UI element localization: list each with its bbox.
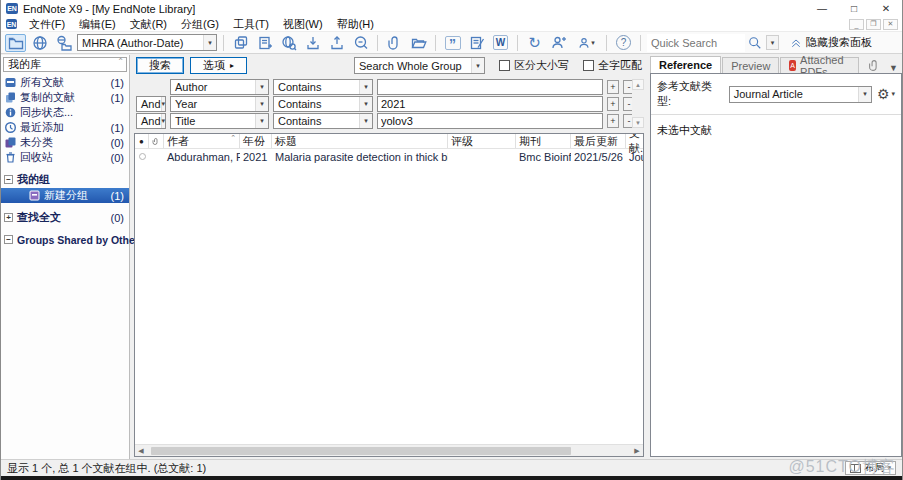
toolbar-separator	[377, 35, 378, 51]
column-year[interactable]: 年份	[240, 134, 272, 148]
scrollbar-thumb[interactable]	[151, 447, 571, 455]
sidebar-item-unfiled[interactable]: 未分类 (0)	[1, 135, 129, 150]
new-reference-icon	[257, 35, 273, 51]
scroll-down-icon[interactable]: ▼	[632, 117, 644, 128]
go-to-word-button[interactable]: W	[490, 34, 511, 52]
sidebar-item-new-group[interactable]: 新建分组 (1)	[1, 188, 129, 203]
insert-citation-button[interactable]: ”	[442, 34, 463, 52]
column-ref-type[interactable]: 文献...	[626, 134, 644, 148]
sidebar-group-find-fulltext[interactable]: + 查找全文 (0)	[1, 210, 129, 225]
scroll-right-icon[interactable]: ▶	[631, 445, 643, 456]
horizontal-scrollbar[interactable]: ◀ ▶	[135, 444, 643, 456]
minimize-button[interactable]: —	[806, 0, 838, 17]
sidebar-item-duplicates[interactable]: 复制的文献 (1)	[1, 90, 129, 105]
match-case-checkbox[interactable]: 区分大小写	[499, 58, 569, 73]
search-comparator-selector[interactable]: Contains ▾	[273, 96, 373, 112]
reference-type-selector[interactable]: Journal Article ▾	[729, 86, 872, 103]
quick-search-dropdown[interactable]: ▾	[766, 35, 779, 50]
menu-groups[interactable]: 分组(G)	[174, 17, 226, 32]
search-options-button[interactable]: 选项 ▸	[190, 57, 247, 74]
search-scope-selector[interactable]: Search Whole Group ▾	[354, 57, 485, 74]
search-field-selector[interactable]: Title ▾	[170, 113, 269, 129]
sync-button[interactable]: ↻	[524, 34, 545, 52]
sidebar-item-recently-added[interactable]: 最近添加 (1)	[1, 120, 129, 135]
search-term-input[interactable]	[377, 96, 603, 112]
menu-file[interactable]: 文件(F)	[22, 17, 72, 32]
tab-preview[interactable]: Preview	[722, 57, 779, 73]
sidebar-group-shared[interactable]: − Groups Shared by Others	[1, 232, 129, 247]
mdi-minimize-button[interactable]: _	[849, 19, 864, 30]
detail-options-button[interactable]: ⚙ ▾	[877, 87, 895, 101]
column-unread[interactable]: ●	[135, 134, 149, 148]
collapse-tree-icon[interactable]: −	[4, 235, 13, 244]
search-field-selector[interactable]: Year ▾	[170, 96, 269, 112]
scroll-up-icon[interactable]: ⌃	[117, 57, 124, 66]
add-search-row-button[interactable]: +	[607, 97, 619, 111]
tab-attached-pdfs[interactable]: A Attached PDFs	[780, 57, 859, 73]
export-button[interactable]	[326, 34, 347, 52]
scroll-left-icon[interactable]: ◀	[135, 445, 147, 456]
close-button[interactable]: ✕	[870, 0, 902, 17]
local-library-mode-button[interactable]	[5, 34, 26, 52]
format-bibliography-button[interactable]	[466, 34, 487, 52]
maximize-button[interactable]: □	[838, 0, 870, 17]
collapse-tree-icon[interactable]: −	[4, 175, 13, 184]
search-icon[interactable]	[748, 36, 762, 50]
document-search-icon	[353, 35, 369, 51]
mdi-close-button[interactable]: ✕	[883, 19, 898, 30]
search-term-input[interactable]	[377, 113, 603, 129]
menu-tools[interactable]: 工具(T)	[226, 17, 276, 32]
add-search-row-button[interactable]: +	[607, 114, 619, 128]
globe-icon	[32, 35, 48, 51]
search-comparator-selector[interactable]: Contains ▾	[273, 113, 373, 129]
menu-references[interactable]: 文献(R)	[123, 17, 174, 32]
share-library-button[interactable]	[548, 34, 569, 52]
tab-reference[interactable]: Reference	[650, 56, 721, 73]
sidebar-item-sync-status[interactable]: 同步状态...	[1, 105, 129, 120]
column-last-updated[interactable]: 最后更新	[571, 134, 626, 148]
search-button[interactable]: 搜索	[136, 57, 184, 74]
integrated-mode-button[interactable]	[53, 34, 74, 52]
search-bool-selector[interactable]: And ▾	[136, 113, 166, 129]
mdi-restore-button[interactable]: ❐	[866, 19, 881, 30]
output-style-selector[interactable]: MHRA (Author-Date) ▾	[77, 34, 217, 51]
hide-search-panel-button[interactable]: 隐藏搜索面板	[790, 35, 872, 50]
import-button[interactable]	[302, 34, 323, 52]
match-words-checkbox[interactable]: 全字匹配	[583, 58, 642, 73]
online-search-button[interactable]	[278, 34, 299, 52]
menu-help[interactable]: 帮助(H)	[330, 17, 381, 32]
sidebar-group-my-groups[interactable]: − 我的组	[1, 172, 129, 187]
column-title[interactable]: 标题	[272, 134, 448, 148]
copy-to-local-library-button[interactable]	[230, 34, 251, 52]
open-file-button[interactable]	[408, 34, 429, 52]
table-row[interactable]: Abdurahman, F.; ... 2021 Malaria parasit…	[135, 149, 643, 164]
online-search-mode-button[interactable]	[29, 34, 50, 52]
menu-edit[interactable]: 编辑(E)	[72, 17, 123, 32]
pin-panel-icon[interactable]: ▼	[889, 63, 902, 73]
search-bool-selector[interactable]: And ▾	[136, 96, 166, 112]
column-author[interactable]: 作者 ⌃	[164, 134, 240, 148]
search-field-selector[interactable]: Author ▾	[170, 79, 269, 95]
search-term-input[interactable]	[377, 79, 603, 95]
column-attachment[interactable]	[149, 134, 164, 148]
sidebar-item-trash[interactable]: 回收站 (0)	[1, 150, 129, 165]
user-menu-button[interactable]: ▾	[572, 34, 600, 52]
attach-file-button[interactable]	[384, 34, 405, 52]
add-search-row-button[interactable]: +	[607, 80, 619, 94]
search-row: Author ▾ Contains ▾ + -	[136, 79, 635, 95]
chevron-down-icon: ▾	[887, 464, 891, 472]
sidebar-item-all-references[interactable]: 所有文献 (1)	[1, 75, 129, 90]
column-rating[interactable]: 评级	[448, 134, 516, 148]
search-panel-scrollbar[interactable]: ▲ ▼	[632, 79, 644, 128]
scroll-up-icon[interactable]: ▲	[632, 79, 644, 90]
column-journal[interactable]: 期刊	[516, 134, 571, 148]
attach-pdf-button[interactable]	[860, 57, 889, 73]
find-fulltext-button[interactable]	[350, 34, 371, 52]
menu-window[interactable]: 视图(W)	[276, 17, 330, 32]
new-reference-button[interactable]	[254, 34, 275, 52]
search-comparator-selector[interactable]: Contains ▾	[273, 79, 373, 95]
expand-tree-icon[interactable]: +	[4, 213, 13, 222]
layout-button[interactable]: 布局 ▾	[845, 461, 896, 475]
quick-search-input[interactable]	[651, 37, 741, 49]
help-button[interactable]: ?	[613, 34, 634, 52]
